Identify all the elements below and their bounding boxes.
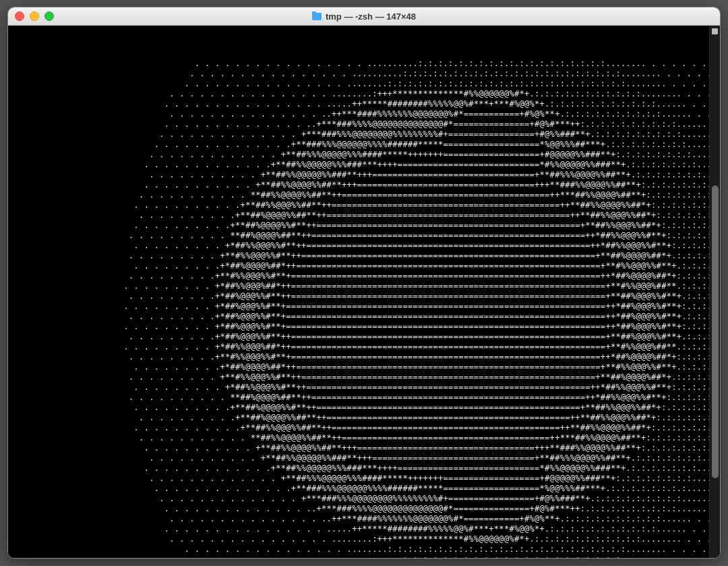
ascii-line: . . . . . . . . . . .+**##%%@@@%%##**++=… (12, 423, 709, 433)
ascii-line: . . . . . . . . . . . . . . . ..++***###… (12, 514, 709, 524)
ascii-line: . . . . . . . . . . . . . . . ..++***###… (12, 109, 709, 119)
ascii-line: . . . . . . . . .+*##%@@@@%##*++========… (12, 261, 709, 271)
ascii-line: . . . . . . . . . . . . . . . . ........… (12, 534, 709, 544)
window-title: tmp — -zsh — 147×48 (8, 11, 720, 22)
terminal-viewport: . . . . . . . . . . . . . . . . . ......… (8, 26, 720, 558)
ascii-line: . . . . . . . . . . . . .+**##%%@@@@@%%%… (12, 463, 709, 474)
ascii-line: . . . . . . . . . . . . . . . . ........… (12, 89, 709, 99)
ascii-line: . . . . . . . . . . . . . +**##%%%@@@@@%… (12, 474, 709, 484)
ascii-line: . . . . . . . . . . . . . +**##%%%@@@@@%… (12, 150, 709, 160)
ascii-line: . . . . . . . . . . . . . . +***###%%%@@… (12, 130, 709, 140)
terminal-output[interactable]: . . . . . . . . . . . . . . . . . ......… (8, 26, 709, 558)
ascii-line: . . . . . . . . . +**#%%@@@%%#**++======… (12, 251, 709, 261)
ascii-line: . . . . . . . . . . . . . .+**###%%%@@@@… (12, 484, 709, 494)
ascii-line: . . . . . . . . . . . **##%%@@@@%%##**++… (12, 433, 709, 443)
ascii-line: . . . . . . . . . . . +**##%%@@@@%%##**+… (12, 443, 709, 453)
titlebar: tmp — -zsh — 147×48 (8, 7, 720, 26)
ascii-line: . . . . . . . . . .+**##%@@@@%%##**++===… (12, 413, 709, 423)
ascii-line: . . . . . . . . . .+**##%@@@@%%##**++===… (12, 210, 709, 221)
ascii-line: . . . . . . . . . +*##%%@@@%%#**++======… (12, 241, 709, 251)
ascii-line: . . . . . . . . .+**#%%@@@%%#**+========… (12, 352, 709, 362)
ascii-line: . . . . . . . . . . . . . . ..+***###%%%… (12, 119, 709, 130)
ascii-line: . . . . . . . . . . . . . . ..+***###%%%… (12, 504, 709, 514)
ascii-line: . . . . . . . . . . **##%@@@@%##**++====… (12, 393, 709, 403)
ascii-line: . . . . . . . . . . . +**##%%@@@@%%##**+… (12, 180, 709, 190)
scrollbar-thumb[interactable] (712, 186, 719, 478)
ascii-line: . . . . . . . . . . . **##%%@@@@%%##**++… (12, 190, 709, 200)
ascii-line: . . . . . . . . . . . +**##%%@@@@@%%###*… (12, 453, 709, 463)
ascii-line: . . . . . . . . .+*##%@@@%%#**++========… (12, 332, 709, 342)
ascii-line: . . . . . . . . . +**#%%@@@%%#**++======… (12, 372, 709, 383)
window-title-text: tmp — -zsh — 147×48 (326, 11, 416, 22)
terminal-window: tmp — -zsh — 147×48 . . . . . . . . . . … (7, 7, 721, 559)
ascii-line: . . . . . . . . .+*##%@@@%%#**++========… (12, 291, 709, 302)
ascii-line: . . . . . . . . . .+**##%@@@@%%#**++====… (12, 403, 709, 413)
ascii-line: . . . . . . . . . . **##%@@@@%##**++====… (12, 231, 709, 241)
ascii-line: . . . . . . . . . . . +**##%%@@@@@%%###*… (12, 170, 709, 180)
ascii-line: . . . . . . . . . +*##%%@@@%%#**++======… (12, 383, 709, 393)
scrollbar-track[interactable] (709, 26, 720, 558)
ascii-line: . . . . . . . . .+*##%@@@%%#**+=========… (12, 312, 709, 322)
ascii-line: . . . . . . . . . .+**##%@@@@%%#**++====… (12, 221, 709, 231)
folder-icon (312, 13, 322, 20)
ascii-line: . . . . . . . . . +*##%%@@@%##*++=======… (12, 281, 709, 291)
scroll-indicator-icon (712, 28, 718, 34)
ascii-line: . . . . . . . . . . . . . . . . ........… (12, 69, 709, 79)
ascii-line: . . . . . . . . . . . . . . . . . ......… (12, 59, 709, 69)
ascii-line: . . . . . . . . . +*##%@@@%%#**+========… (12, 322, 709, 332)
ascii-line: . . . . . . . . .+**#%%@@@%%#**+========… (12, 271, 709, 281)
ascii-line: . . . . . . . . . . . . . . . . .....++*… (12, 99, 709, 109)
ascii-line: . . . . . . . . . +*##%%@@@%##*++=======… (12, 342, 709, 352)
ascii-line: . . . . . . . . . . . . . .+**###%%%@@@@… (12, 140, 709, 150)
ascii-line: . . . . . . . . .+*##%@@@@%##*++========… (12, 362, 709, 372)
ascii-line: . . . . . . . . . . . . . . . . .....++*… (12, 524, 709, 534)
ascii-line: . . . . . . . . . . . . .+**##%%@@@@@%%%… (12, 160, 709, 170)
ascii-line: . . . . . . . . . . . . . . . . ........… (12, 79, 709, 89)
ascii-line: . . . . . . . . . . .+**##%%@@@%%##**++=… (12, 200, 709, 210)
ascii-line: . . . . . . . . . . . . . . +***###%%%@@… (12, 494, 709, 504)
ascii-line: . . . . . . . . . . . . . . . . ........… (12, 555, 709, 558)
ascii-line: . . . . . . . . . +*##%@@@%%#**+========… (12, 302, 709, 312)
ascii-line: . . . . . . . . . . . . . . . . ........… (12, 544, 709, 555)
